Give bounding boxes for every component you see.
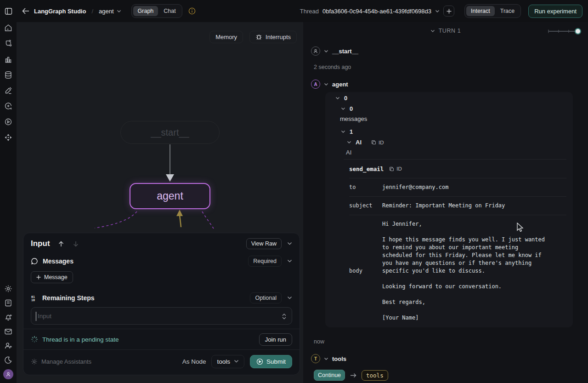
memory-button[interactable]: Memory xyxy=(209,31,243,43)
chevron-down-icon xyxy=(324,357,328,360)
join-run-button[interactable]: Join run xyxy=(259,333,292,346)
back-button[interactable] xyxy=(22,8,29,14)
slider-handle[interactable] xyxy=(575,29,581,34)
chat-add-icon[interactable] xyxy=(0,98,17,114)
input-panel-title: Input xyxy=(31,239,50,248)
moon-icon[interactable] xyxy=(0,353,17,367)
add-message-button[interactable]: Message xyxy=(31,271,73,283)
plus-icon xyxy=(36,275,41,280)
start-node-row[interactable]: __start__ xyxy=(311,46,358,56)
field-row-to: to jennifer@company.com xyxy=(349,178,566,196)
chevron-down-icon xyxy=(435,10,440,13)
tree-row-0b[interactable]: 0 xyxy=(332,103,566,114)
tools-node-row[interactable]: T tools xyxy=(311,354,346,363)
graph-node-agent[interactable]: agent xyxy=(130,183,210,209)
chevron-down-icon xyxy=(234,360,239,363)
tab-interact[interactable]: Interact xyxy=(466,6,495,16)
as-node-select[interactable]: tools xyxy=(211,355,244,368)
number-stepper[interactable] xyxy=(280,311,288,321)
as-node-label: As Node xyxy=(182,358,206,365)
continue-row: Continue tools xyxy=(314,370,388,381)
mail-icon[interactable] xyxy=(0,324,17,338)
user-avatar[interactable] xyxy=(0,367,17,381)
tree-row-ai[interactable]: AI ID xyxy=(332,137,566,148)
home-icon[interactable] xyxy=(0,20,17,36)
chevron-down-icon xyxy=(335,97,340,100)
manage-assistants-button[interactable]: Manage Assistants xyxy=(31,358,91,365)
interrupts-button[interactable]: Interrupts xyxy=(249,31,297,43)
graph-canvas[interactable]: Memory Interrupts __start__ agent Input xyxy=(17,22,303,383)
agent-node-row[interactable]: A agent xyxy=(311,80,348,89)
arrow-up-icon[interactable] xyxy=(58,241,64,247)
messages-label: Messages xyxy=(43,257,74,265)
play-circle-icon[interactable] xyxy=(0,114,17,130)
input-panel: Input View Raw Messages Required xyxy=(23,233,300,375)
user-add-icon[interactable] xyxy=(0,338,17,353)
mode-tabs: Interact Trace xyxy=(464,4,521,18)
gear-icon xyxy=(31,358,38,365)
message-bubble-icon xyxy=(31,257,38,265)
steps-input-wrap xyxy=(31,307,292,325)
ai-sublabel: AI xyxy=(332,148,566,157)
submit-button[interactable]: Submit xyxy=(250,355,292,368)
graph-node-start[interactable]: __start__ xyxy=(120,121,220,144)
thread-panel: TURN 1 __start__ 2 seconds ago A agent xyxy=(303,22,588,383)
turn-header[interactable]: TURN 1 xyxy=(303,26,588,36)
numeric-icon: 0110 xyxy=(31,295,38,302)
view-tabs: Graph Chat xyxy=(131,4,182,18)
sidebar-toggle-icon[interactable] xyxy=(0,7,17,15)
tool-call-table: send_email ID to jennifer@company.com su… xyxy=(349,160,566,327)
agent-avatar: A xyxy=(311,80,320,89)
settings-icon[interactable] xyxy=(0,281,17,296)
copy-tool-id-button[interactable]: ID xyxy=(389,166,402,171)
view-raw-button[interactable]: View Raw xyxy=(246,238,282,249)
bug-icon xyxy=(255,34,262,40)
chevron-down-icon xyxy=(324,83,328,86)
tree-messages-label: messages xyxy=(332,114,566,124)
left-rail xyxy=(0,22,17,383)
copy-icon xyxy=(371,140,376,145)
now-timestamp: now xyxy=(314,338,324,345)
copy-icon xyxy=(389,166,394,171)
chevron-down-icon xyxy=(324,50,328,53)
run-experiment-button[interactable]: Run experiment xyxy=(528,5,582,18)
history-slider[interactable] xyxy=(548,28,582,34)
svg-text:10: 10 xyxy=(31,298,35,302)
agent-selector[interactable]: agent xyxy=(99,8,121,15)
bar-chart-icon[interactable] xyxy=(0,51,17,67)
move-icon[interactable] xyxy=(0,130,17,145)
agent-output-card: 0 0 messages 1 AI ID AI xyxy=(325,92,573,327)
copy-id-button[interactable]: ID xyxy=(371,140,384,145)
text-caret xyxy=(36,312,36,321)
app-root: LangGraph Studio / agent Graph Chat Thre… xyxy=(0,0,588,383)
tab-trace[interactable]: Trace xyxy=(496,6,520,16)
continue-button[interactable]: Continue xyxy=(314,370,345,381)
tool-call-name: send_email xyxy=(349,166,384,172)
chevron-down-icon xyxy=(341,130,345,133)
spinner-icon xyxy=(31,336,38,343)
tree-row-0[interactable]: 0 xyxy=(332,93,566,103)
database-icon[interactable] xyxy=(0,67,17,83)
tab-chat[interactable]: Chat xyxy=(159,6,180,16)
pencil-icon[interactable] xyxy=(0,83,17,98)
agent-node-label: agent xyxy=(332,81,348,88)
collapse-input-icon[interactable] xyxy=(287,242,292,246)
arrow-down-icon[interactable] xyxy=(73,241,79,247)
new-thread-button[interactable] xyxy=(443,6,454,17)
info-icon[interactable] xyxy=(188,7,196,15)
tab-graph[interactable]: Graph xyxy=(133,6,158,16)
workflow-icon[interactable] xyxy=(0,36,17,51)
chevron-down-icon[interactable] xyxy=(287,296,292,300)
bell-add-icon[interactable] xyxy=(0,310,17,324)
start-node-label: __start__ xyxy=(332,48,358,55)
tools-badge[interactable]: tools xyxy=(362,370,388,381)
chevron-down-icon[interactable] xyxy=(287,259,292,263)
tools-node-label: tools xyxy=(332,355,346,362)
thread-selector[interactable]: Thread 0bfa3606-0c94-454b-ae61-439fdf069… xyxy=(300,8,440,15)
tree-row-1[interactable]: 1 xyxy=(332,126,566,137)
play-circle-icon xyxy=(256,358,263,365)
timestamp: 2 seconds ago xyxy=(314,64,351,70)
steps-input[interactable] xyxy=(36,313,287,320)
thread-label: Thread xyxy=(300,8,319,15)
notes-icon[interactable] xyxy=(0,296,17,310)
